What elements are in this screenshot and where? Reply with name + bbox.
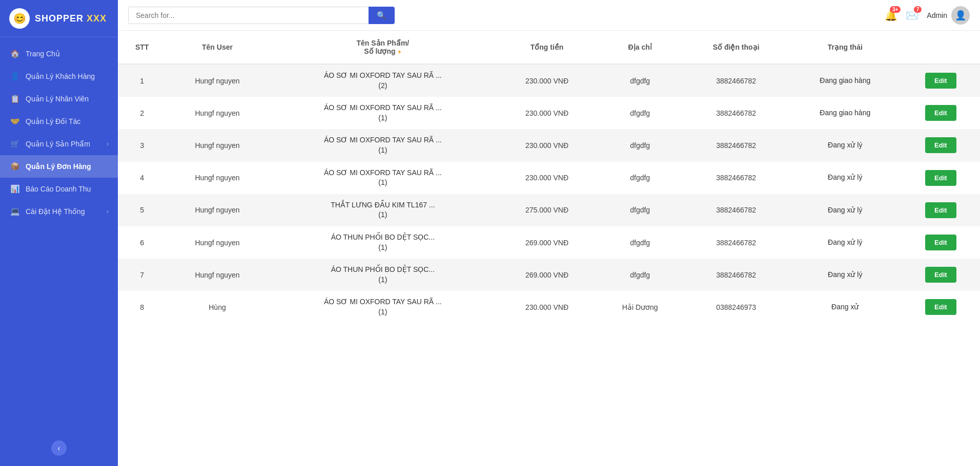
cell-user: Hùng — [166, 291, 268, 323]
cell-status: Đang xử lý — [789, 259, 902, 291]
quan-ly-nhan-vien-icon: 📋 — [9, 94, 21, 103]
avatar: 👤 — [951, 6, 970, 25]
sidebar-item-bao-cao-doanh-thu[interactable]: 📊 Báo Cáo Doanh Thu — [0, 178, 118, 200]
logo-area: 😊 SHOPPER XXX — [0, 0, 118, 37]
sidebar-item-trang-chu[interactable]: 🏠 Trang Chủ — [0, 43, 118, 65]
col-ten-user: Tên User — [166, 31, 268, 64]
cell-action: Edit — [902, 194, 980, 226]
col-stt: STT — [118, 31, 166, 64]
cell-phone: 3882466782 — [683, 194, 789, 226]
edit-button[interactable]: Edit — [925, 73, 956, 89]
product-name: ÁO THUN PHỐI BO DỆT SỌC... — [276, 265, 490, 275]
search-input[interactable] — [128, 7, 369, 24]
product-qty: (1) — [276, 243, 490, 253]
edit-button[interactable]: Edit — [925, 137, 956, 153]
sidebar-item-label: Quản Lý Sản Phẩm — [26, 140, 90, 148]
orders-table: STT Tên User Tên Sản Phẩm/Số lượng ✦ Tổn… — [118, 31, 980, 324]
cell-phone: 3882466782 — [683, 259, 789, 291]
product-qty: (1) — [276, 275, 490, 285]
table-row: 3 Hungf nguyen ÁO SƠ MI OXFORD TAY SAU R… — [118, 129, 980, 161]
sidebar-item-quan-ly-doi-tac[interactable]: 🤝 Quản Lý Đối Tác — [0, 110, 118, 133]
sidebar-item-label: Quản Lý Đối Tác — [26, 117, 80, 125]
edit-button[interactable]: Edit — [925, 299, 956, 315]
sidebar-item-label: Quản Lý Nhân Viên — [26, 95, 89, 103]
cell-total: 275.000 VNĐ — [497, 194, 597, 226]
cell-action: Edit — [902, 226, 980, 259]
cell-action: Edit — [902, 162, 980, 194]
table-header-row: STT Tên User Tên Sản Phẩm/Số lượng ✦ Tổn… — [118, 31, 980, 64]
table-row: 1 Hungf nguyen ÁO SƠ MI OXFORD TAY SAU R… — [118, 64, 980, 97]
cell-stt: 4 — [118, 162, 166, 194]
cell-total: 230.000 VNĐ — [497, 64, 597, 97]
table-row: 6 Hungf nguyen ÁO THUN PHỐI BO DỆT SỌC..… — [118, 226, 980, 259]
trang-chu-icon: 🏠 — [9, 49, 21, 58]
cell-stt: 1 — [118, 64, 166, 97]
header: 🔍 🔔 3+ ✉️ 7 Admin 👤 — [118, 0, 980, 31]
cell-action: Edit — [902, 64, 980, 97]
product-qty: (2) — [276, 81, 490, 91]
product-qty: (1) — [276, 307, 490, 317]
edit-button[interactable]: Edit — [925, 105, 956, 121]
quan-ly-doi-tac-icon: 🤝 — [9, 117, 21, 126]
edit-button[interactable]: Edit — [925, 267, 956, 283]
cell-address: dfgdfg — [597, 97, 683, 129]
table-row: 2 Hungf nguyen ÁO SƠ MI OXFORD TAY SAU R… — [118, 97, 980, 129]
sidebar-item-cai-dat-he-thong[interactable]: 💻 Cài Đặt Hệ Thống › — [0, 200, 118, 223]
search-button[interactable]: 🔍 — [369, 7, 395, 24]
cell-product: ÁO SƠ MI OXFORD TAY SAU RÃ ... (1) — [269, 162, 497, 194]
cell-status: Đang xử lý — [789, 162, 902, 194]
cell-user: Hungf nguyen — [166, 97, 268, 129]
edit-button[interactable]: Edit — [925, 170, 956, 186]
cell-total: 230.000 VNĐ — [497, 129, 597, 161]
sidebar-item-quan-ly-san-pham[interactable]: 🛒 Quản Lý Sản Phẩm › — [0, 133, 118, 155]
sidebar-nav: 🏠 Trang Chủ 👤 Quản Lý Khách Hàng 📋 Quản … — [0, 37, 118, 432]
product-qty: (1) — [276, 210, 490, 220]
sidebar: 😊 SHOPPER XXX 🏠 Trang Chủ 👤 Quản Lý Khác… — [0, 0, 118, 466]
cell-phone: 3882466782 — [683, 162, 789, 194]
sidebar-item-label: Quản Lý Khách Hàng — [26, 72, 95, 80]
cell-address: dfgdfg — [597, 64, 683, 97]
cell-address: dfgdfg — [597, 162, 683, 194]
star-dot: ✦ — [397, 49, 401, 55]
table-row: 5 Hungf nguyen THẮT LƯNG ĐẦU KIM TL167 .… — [118, 194, 980, 226]
table-row: 8 Hùng ÁO SƠ MI OXFORD TAY SAU RÃ ... (1… — [118, 291, 980, 323]
product-name: ÁO SƠ MI OXFORD TAY SAU RÃ ... — [276, 168, 490, 178]
cai-dat-he-thong-icon: 💻 — [9, 207, 21, 216]
cell-user: Hungf nguyen — [166, 129, 268, 161]
edit-button[interactable]: Edit — [925, 235, 956, 250]
sidebar-collapse-button[interactable]: ‹ — [51, 440, 67, 456]
cell-status: Đang xử lý — [789, 226, 902, 259]
cell-total: 230.000 VNĐ — [497, 97, 597, 129]
sidebar-item-quan-ly-nhan-vien[interactable]: 📋 Quản Lý Nhân Viên — [0, 88, 118, 110]
col-dia-chi: Địa chỉ — [597, 31, 683, 64]
user-area[interactable]: Admin 👤 — [927, 6, 970, 25]
cell-address: dfgdfg — [597, 226, 683, 259]
product-name: ÁO SƠ MI OXFORD TAY SAU RÃ ... — [276, 297, 490, 307]
cell-action: Edit — [902, 259, 980, 291]
cell-address: dfgdfg — [597, 259, 683, 291]
cell-address: Hải Dương — [597, 291, 683, 323]
sidebar-item-label: Báo Cáo Doanh Thu — [26, 185, 91, 193]
cell-status: Đang giao hàng — [789, 97, 902, 129]
cell-stt: 8 — [118, 291, 166, 323]
sidebar-item-quan-ly-don-hang[interactable]: 📦 Quản Lý Đơn Hàng — [0, 155, 118, 178]
main-content: 🔍 🔔 3+ ✉️ 7 Admin 👤 STT Tên User — [118, 0, 980, 466]
header-right: 🔔 3+ ✉️ 7 Admin 👤 — [885, 6, 970, 25]
search-bar: 🔍 — [128, 7, 395, 24]
cell-product: ÁO SƠ MI OXFORD TAY SAU RÃ ... (1) — [269, 129, 497, 161]
sidebar-item-label: Cài Đặt Hệ Thống — [26, 207, 85, 216]
product-name: ÁO SƠ MI OXFORD TAY SAU RÃ ... — [276, 103, 490, 113]
cell-product: ÁO SƠ MI OXFORD TAY SAU RÃ ... (2) — [269, 64, 497, 97]
cell-stt: 5 — [118, 194, 166, 226]
cell-stt: 6 — [118, 226, 166, 259]
product-qty: (1) — [276, 113, 490, 123]
notification-mail[interactable]: ✉️ 7 — [906, 9, 918, 22]
table-area: STT Tên User Tên Sản Phẩm/Số lượng ✦ Tổn… — [118, 31, 980, 466]
notification-bell[interactable]: 🔔 3+ — [885, 9, 897, 22]
col-ten-san-pham: Tên Sản Phẩm/Số lượng ✦ — [269, 31, 497, 64]
product-name: THẮT LƯNG ĐẦU KIM TL167 ... — [276, 200, 490, 210]
bao-cao-doanh-thu-icon: 📊 — [9, 184, 21, 194]
sidebar-item-quan-ly-khach-hang[interactable]: 👤 Quản Lý Khách Hàng — [0, 65, 118, 88]
edit-button[interactable]: Edit — [925, 202, 956, 218]
cell-action: Edit — [902, 291, 980, 323]
